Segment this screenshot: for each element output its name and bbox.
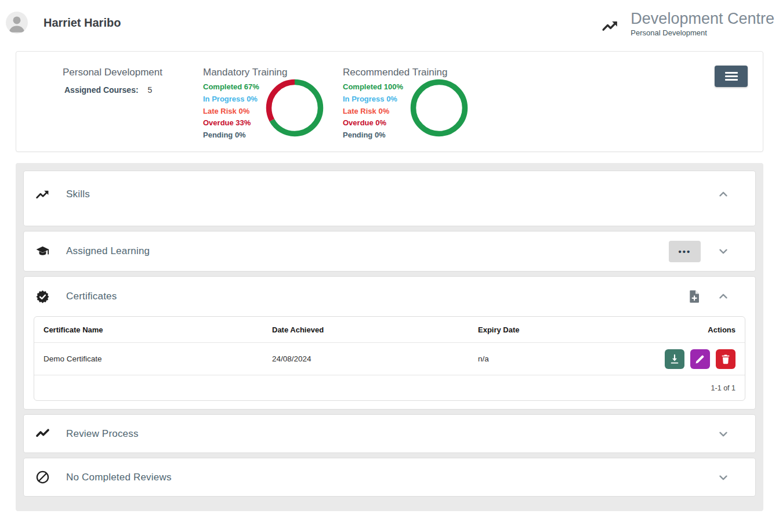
app-branding: Development Centre Personal Development bbox=[600, 10, 774, 37]
download-icon bbox=[669, 353, 680, 365]
user-name: Harriet Haribo bbox=[44, 16, 121, 30]
download-certificate-button[interactable] bbox=[665, 349, 684, 369]
certificates-table: Certificate Name Date Achieved Expiry Da… bbox=[34, 316, 745, 401]
skills-header[interactable]: Skills bbox=[24, 171, 755, 218]
chevron-down-icon[interactable] bbox=[717, 471, 730, 484]
pagination-label: 1-1 of 1 bbox=[711, 384, 735, 392]
mandatory-training-donut-chart bbox=[266, 79, 324, 137]
assigned-courses-value: 5 bbox=[147, 85, 152, 95]
column-header: Expiry Date bbox=[478, 325, 654, 334]
certificates-header[interactable]: Certificates bbox=[24, 277, 755, 316]
table-pagination: 1-1 of 1 bbox=[34, 375, 745, 400]
section-no-completed-reviews: No Completed Reviews bbox=[23, 458, 756, 497]
training-summary-card: Personal Development Assigned Courses: 5… bbox=[16, 51, 763, 152]
trending-up-icon bbox=[600, 17, 620, 35]
assigned-courses-label: Assigned Courses: bbox=[64, 85, 139, 95]
no-completed-reviews-header[interactable]: No Completed Reviews bbox=[24, 458, 755, 496]
certificate-row: Demo Certificate 24/08/2024 n/a bbox=[34, 342, 745, 375]
no-completed-reviews-title: No Completed Reviews bbox=[66, 472, 172, 483]
review-process-header[interactable]: Review Process bbox=[24, 415, 755, 453]
review-process-title: Review Process bbox=[66, 428, 139, 440]
certificate-name: Demo Certificate bbox=[44, 354, 272, 363]
certificate-actions bbox=[654, 349, 735, 369]
app-subtitle: Personal Development bbox=[631, 28, 774, 37]
column-header: Certificate Name bbox=[44, 325, 272, 334]
skills-title: Skills bbox=[66, 189, 90, 200]
zigzag-line-icon bbox=[35, 426, 50, 441]
assigned-learning-header[interactable]: Assigned Learning ••• bbox=[24, 231, 755, 271]
certificate-seal-icon bbox=[35, 289, 50, 304]
column-header: Actions bbox=[654, 325, 735, 334]
ban-icon bbox=[35, 470, 50, 484]
section-review-process: Review Process bbox=[23, 414, 756, 453]
assigned-learning-title: Assigned Learning bbox=[66, 245, 150, 257]
person-icon bbox=[6, 12, 28, 34]
certificates-title: Certificates bbox=[66, 291, 117, 302]
chevron-down-icon[interactable] bbox=[717, 245, 730, 258]
hamburger-icon bbox=[725, 72, 738, 74]
column-header: Date Achieved bbox=[272, 325, 478, 334]
chevron-down-icon[interactable] bbox=[717, 428, 730, 440]
avatar[interactable] bbox=[6, 12, 28, 34]
summary-title: Personal Development bbox=[63, 67, 162, 78]
edit-certificate-button[interactable] bbox=[690, 349, 710, 369]
mandatory-training-title: Mandatory Training bbox=[203, 67, 288, 78]
add-certificate-icon[interactable] bbox=[688, 289, 701, 303]
trending-up-icon bbox=[35, 187, 50, 202]
recommended-training-donut-chart bbox=[410, 79, 468, 137]
section-assigned-learning: Assigned Learning ••• bbox=[23, 231, 756, 272]
graduation-cap-icon bbox=[35, 244, 50, 259]
certificates-table-header: Certificate Name Date Achieved Expiry Da… bbox=[34, 317, 745, 342]
assigned-courses: Assigned Courses: 5 bbox=[64, 85, 152, 95]
delete-certificate-button[interactable] bbox=[716, 349, 735, 369]
trash-icon bbox=[720, 353, 731, 365]
certificate-expiry-date: n/a bbox=[478, 354, 654, 363]
page-header: Harriet Haribo Development Centre Person… bbox=[0, 0, 779, 51]
chevron-up-icon[interactable] bbox=[717, 290, 730, 303]
summary-menu-button[interactable] bbox=[715, 66, 748, 87]
chevron-up-icon[interactable] bbox=[717, 188, 730, 201]
section-certificates: Certificates Certificate Name Date Achie… bbox=[23, 276, 756, 410]
app-title: Development Centre bbox=[631, 10, 774, 27]
assigned-learning-more-button[interactable]: ••• bbox=[669, 241, 701, 262]
recommended-training-title: Recommended Training bbox=[343, 67, 447, 78]
certificate-date-achieved: 24/08/2024 bbox=[272, 354, 478, 363]
section-skills: Skills bbox=[23, 171, 756, 226]
pencil-icon bbox=[694, 353, 706, 365]
development-sections: Skills Assigned Learning ••• bbox=[16, 163, 763, 511]
